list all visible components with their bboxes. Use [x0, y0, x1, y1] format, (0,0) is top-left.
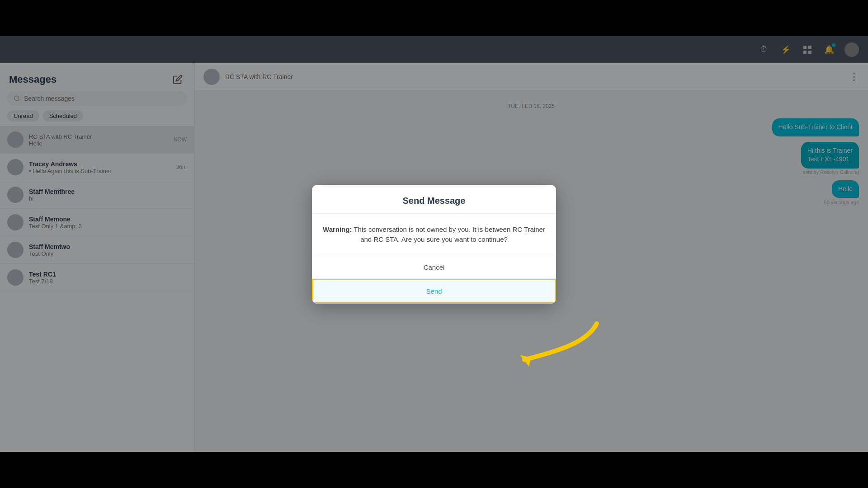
arrow-svg — [515, 314, 606, 378]
warning-text: This conversation is not owned by you. I… — [352, 225, 545, 244]
arrow-annotation — [515, 314, 606, 380]
modal-body: Warning: This conversation is not owned … — [312, 214, 556, 256]
warning-prefix: Warning: — [323, 225, 352, 233]
send-button-wrapper: Send — [312, 279, 556, 304]
send-message-modal: Send Message Warning: This conversation … — [312, 185, 556, 304]
send-button[interactable]: Send — [313, 280, 555, 302]
cancel-button[interactable]: Cancel — [312, 256, 556, 279]
modal-header: Send Message — [312, 185, 556, 214]
modal-title: Send Message — [323, 196, 545, 206]
modal-overlay: Send Message Warning: This conversation … — [0, 36, 868, 452]
